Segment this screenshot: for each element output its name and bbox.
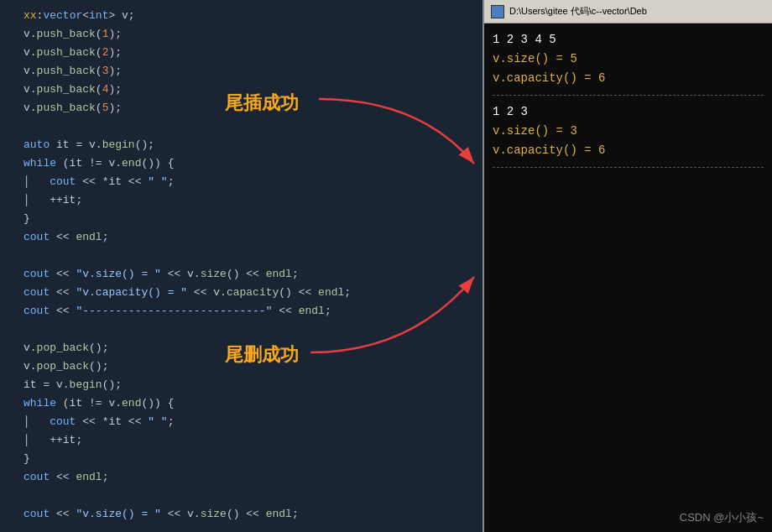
watermark: CSDN @小小孩~ [680,510,764,525]
code-line: it = v.begin(); [23,376,482,394]
code-line: cout << "v.capacity() = " << v.capacity(… [23,284,482,302]
code-line: cout << endl; [23,468,482,487]
code-line: │ cout << *it << " "; [23,173,482,191]
terminal-line: v.size() = 3 [493,122,764,141]
code-line [23,247,482,265]
code-line [23,117,482,136]
code-line: │ ++it; [23,431,482,450]
terminal-line: 1 2 3 [493,102,764,122]
terminal-titlebar: D:\Users\gitee 代码\c--vector\Deb [484,0,772,23]
terminal-title: D:\Users\gitee 代码\c--vector\Deb [509,5,647,18]
code-line: cout << "v.size() = " << v.size() << end… [23,505,482,524]
code-line [23,487,482,505]
code-line: cout << "----------------------------" <… [23,302,482,321]
code-line: v.push_back(3); [23,62,482,81]
code-line: auto it = v.begin(); [23,136,482,154]
terminal-line: v.size() = 5 [493,50,764,69]
code-line: │ cout << *it << " "; [23,413,482,431]
code-line: v.pop_back(); [23,357,482,376]
code-line: v.push_back(4); [23,81,482,99]
code-line: v.pop_back(); [23,339,482,357]
code-editor: xx:vector<int> v; v.push_back(1); v.push… [0,0,482,532]
code-line: cout << "v.size() = " << v.size() << end… [23,265,482,284]
code-line: v.push_back(2); [23,44,482,62]
code-line: │ ++it; [23,191,482,210]
terminal-divider [493,95,764,96]
terminal-section-2: 1 2 3 v.size() = 3 v.capacity() = 6 [493,102,764,160]
code-line: while (it != v.end()) { [23,394,482,413]
code-line: xx:vector<int> v; [23,7,482,25]
terminal-line: v.capacity() = 6 [493,141,764,160]
code-line: while (it != v.end()) { [23,154,482,173]
code-line: cout << endl; [23,228,482,247]
code-line [23,321,482,339]
code-line: v.push_back(1); [23,25,482,44]
code-line: v.push_back(5); [23,99,482,117]
code-line: } [23,450,482,468]
terminal-body: 1 2 3 4 5 v.size() = 5 v.capacity() = 6 … [484,23,772,532]
code-line: } [23,210,482,228]
terminal-line: v.capacity() = 6 [493,69,764,88]
terminal-panel: D:\Users\gitee 代码\c--vector\Deb 1 2 3 4 … [482,0,772,532]
terminal-icon [491,5,504,18]
code-lines: xx:vector<int> v; v.push_back(1); v.push… [23,7,482,524]
terminal-divider-2 [493,167,764,168]
terminal-line: 1 2 3 4 5 [493,30,764,50]
terminal-section-1: 1 2 3 4 5 v.size() = 5 v.capacity() = 6 [493,30,764,88]
